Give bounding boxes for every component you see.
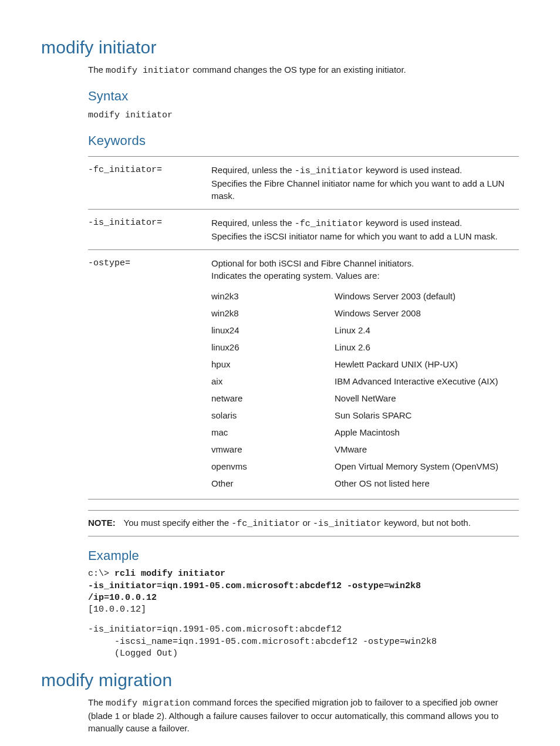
kw-line2: Specifies the iSCSI initiator name for w… [211, 231, 498, 241]
ostype-value-row: win2k8Windows Server 2008 [211, 305, 513, 322]
intro-pre: The [88, 65, 106, 75]
kw-line1-post: keyword is used instead. [363, 165, 462, 175]
keyword-name: -fc_initiator= [88, 156, 211, 209]
ostype-value: Other [211, 475, 335, 492]
example-out1: [10.0.0.12] [88, 605, 146, 615]
ostype-value-row: vmwareVMware [211, 441, 513, 458]
example-out3: -iscsi_name=iqn.1991-05.com.microsoft:ab… [88, 637, 437, 647]
ostype-value-row: netwareNovell NetWare [211, 390, 513, 407]
ostype-value-row: linux26Linux 2.6 [211, 339, 513, 356]
ostype-value-row: solarisSun Solaris SPARC [211, 407, 513, 424]
ostype-desc: Hewlett Packard UNIX (HP-UX) [335, 356, 513, 373]
ostype-value: aix [211, 373, 335, 390]
example-prompt: c:\> [88, 569, 114, 579]
kw-line1-code: -fc_initiator [295, 219, 363, 229]
keywords-table: -fc_initiator= Required, unless the -is_… [88, 156, 519, 499]
ostype-value: linux26 [211, 339, 335, 356]
ostype-value-row: linux24Linux 2.4 [211, 322, 513, 339]
syntax-text-1: modify initiator [88, 109, 519, 121]
keyword-row-is: -is_initiator= Required, unless the -fc_… [88, 209, 519, 249]
ostype-desc: Windows Server 2008 [335, 305, 513, 322]
note-mid: or [300, 518, 313, 528]
ostype-value-row: OtherOther OS not listed here [211, 475, 513, 492]
example-block-input: c:\> rcli modify initiator -is_initiator… [88, 568, 519, 616]
kw-os-line2: Indicates the operating system. Values a… [211, 271, 380, 281]
ostype-desc: Linux 2.6 [335, 339, 513, 356]
kw-line1-pre: Required, unless the [211, 165, 295, 175]
ostype-value: mac [211, 424, 335, 441]
ostype-desc: VMware [335, 441, 513, 458]
note-box: NOTE: You must specify either the -fc_in… [88, 510, 519, 536]
keyword-desc: Required, unless the -fc_initiator keywo… [211, 209, 519, 249]
ostype-desc: Open Virtual Memory System (OpenVMS) [335, 458, 513, 475]
note-label: NOTE: [88, 518, 122, 528]
example-bold3: /ip=10.0.0.12 [88, 593, 157, 603]
example-heading: Example [88, 547, 519, 565]
note-code2: -is_initiator [313, 519, 382, 529]
ostype-value: win2k3 [211, 288, 335, 305]
example-out2: -is_initiator=iqn.1991-05.com.microsoft:… [88, 625, 342, 634]
ostype-desc: Novell NetWare [335, 390, 513, 407]
note-post: keyword, but not both. [382, 518, 471, 528]
keyword-desc: Optional for both iSCSI and Fibre Channe… [211, 249, 519, 499]
ostype-desc: Sun Solaris SPARC [335, 407, 513, 424]
intro-paragraph-1: The modify initiator command changes the… [88, 63, 519, 77]
ostype-desc: Windows Server 2003 (default) [335, 288, 513, 305]
note-code1: -fc_initiator [231, 519, 300, 529]
syntax-heading-1: Syntax [88, 87, 519, 106]
heading-modify-migration: modify migration [41, 668, 519, 693]
keyword-name: -is_initiator= [88, 209, 211, 249]
ostype-values-table: win2k3Windows Server 2003 (default)win2k… [211, 288, 513, 492]
kw-os-line1: Optional for both iSCSI and Fibre Channe… [211, 258, 414, 268]
ostype-value: netware [211, 390, 335, 407]
keyword-desc: Required, unless the -is_initiator keywo… [211, 156, 519, 209]
ostype-desc: IBM Advanced Interactive eXecutive (AIX) [335, 373, 513, 390]
ostype-desc: Linux 2.4 [335, 322, 513, 339]
ostype-value: win2k8 [211, 305, 335, 322]
kw-line1-pre: Required, unless the [211, 218, 295, 228]
example-block-output: -is_initiator=iqn.1991-05.com.microsoft:… [88, 624, 519, 660]
ostype-desc: Other OS not listed here [335, 475, 513, 492]
intro-code: modify initiator [106, 66, 190, 76]
ostype-value: linux24 [211, 322, 335, 339]
note-pre: You must specify either the [124, 518, 232, 528]
ostype-value-row: macApple Macintosh [211, 424, 513, 441]
ostype-desc: Apple Macintosh [335, 424, 513, 441]
keyword-row-fc: -fc_initiator= Required, unless the -is_… [88, 156, 519, 209]
kw-line1-code: -is_initiator [295, 166, 363, 176]
ostype-value-row: win2k3Windows Server 2003 (default) [211, 288, 513, 305]
ostype-value-row: hpuxHewlett Packard UNIX (HP-UX) [211, 356, 513, 373]
keywords-heading: Keywords [88, 132, 519, 150]
kw-line1-post: keyword is used instead. [363, 218, 462, 228]
ostype-value: openvms [211, 458, 335, 475]
keyword-name: -ostype= [88, 249, 211, 499]
ostype-value-row: aixIBM Advanced Interactive eXecutive (A… [211, 373, 513, 390]
example-out4: (Logged Out) [88, 649, 178, 659]
ostype-value: solaris [211, 407, 335, 424]
ostype-value: hpux [211, 356, 335, 373]
intro2-pre: The [88, 697, 106, 707]
keyword-row-ostype: -ostype= Optional for both iSCSI and Fib… [88, 249, 519, 499]
ostype-value: vmware [211, 441, 335, 458]
intro2-code: modify migration [106, 698, 190, 708]
ostype-value-row: openvmsOpen Virtual Memory System (OpenV… [211, 458, 513, 475]
heading-modify-initiator: modify initiator [41, 35, 519, 60]
example-bold2: -is_initiator=iqn.1991-05.com.microsoft:… [88, 581, 421, 591]
intro-post: command changes the OS type for an exist… [190, 65, 406, 75]
kw-line2: Specifies the Fibre Channel initiator na… [211, 178, 504, 201]
intro-paragraph-2: The modify migration command forces the … [88, 696, 519, 734]
example-bold1: rcli modify initiator [114, 569, 225, 579]
